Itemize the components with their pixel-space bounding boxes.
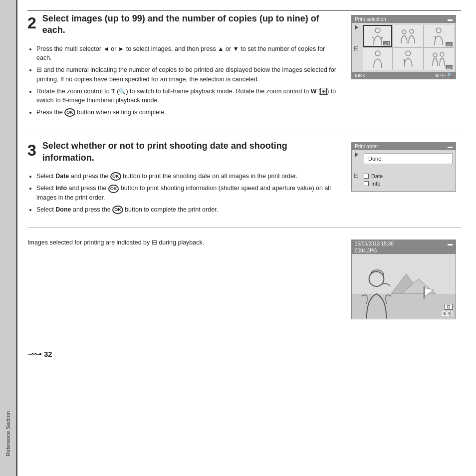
step2-bullets: Press the multi selector ◄ or ► to selec… bbox=[27, 44, 341, 117]
date-checkbox bbox=[364, 174, 369, 179]
playback-date: 15/05/2013 15:30 bbox=[355, 241, 394, 246]
step3-section: 3 Select whether or not to print shootin… bbox=[27, 140, 461, 228]
page-number: 32 bbox=[44, 350, 52, 358]
step2-bullet-1: Press the multi selector ◄ or ► to selec… bbox=[36, 44, 341, 62]
svg-point-1 bbox=[402, 30, 406, 34]
thumb-4 bbox=[363, 48, 392, 70]
playback-header: 15/05/2013 15:30 ▬ bbox=[352, 240, 456, 247]
main-content: 2 Select images (up to 99) and the numbe… bbox=[16, 0, 476, 476]
step3-number: 3 bbox=[27, 142, 36, 158]
nav-print-icon-2: ⊟ bbox=[354, 172, 359, 179]
playback-badges: ⊟ 4/ 4) bbox=[442, 304, 453, 316]
step2-left: 2 Select images (up to 99) and the numbe… bbox=[27, 13, 351, 120]
svg-point-0 bbox=[375, 28, 380, 33]
date-label: Date bbox=[371, 173, 383, 179]
page-icon: ⊸⊶ bbox=[27, 349, 42, 359]
footer-zoom: ⊕+/− 🔍 bbox=[435, 73, 453, 78]
step2-screen: Print selection ▬ ⊟ bbox=[351, 13, 461, 120]
screen-body-with-nav: ⊟ bbox=[352, 23, 456, 72]
info-label: Info bbox=[371, 181, 380, 187]
playback-file: 0004.JPG bbox=[352, 247, 456, 254]
svg-point-6 bbox=[433, 53, 437, 57]
playback-screen: 15/05/2013 15:30 ▬ 0004.JPG bbox=[351, 239, 456, 319]
nav-arrow-2 bbox=[355, 152, 358, 157]
screen-header: Print selection ▬ bbox=[352, 15, 456, 23]
thumb-badge-1: △1 bbox=[383, 41, 390, 45]
ok-icon-done: OK bbox=[112, 206, 123, 214]
step3-left: 3 Select whether or not to print shootin… bbox=[27, 140, 351, 217]
nav-right-arrow bbox=[355, 25, 358, 30]
print-order-options-area: Done Date Info bbox=[361, 150, 456, 191]
svg-point-4 bbox=[375, 51, 380, 56]
battery-icon-2: ▬ bbox=[448, 144, 453, 149]
playback-battery: ▬ bbox=[448, 241, 453, 246]
done-option: Done bbox=[364, 153, 453, 164]
thumb-badge-3: △1 bbox=[446, 42, 453, 46]
ok-button-icon: OK bbox=[64, 108, 75, 117]
step3-title: Select whether or not to print shooting … bbox=[42, 140, 341, 164]
print-order-screen: Print order ▬ ⊟ Done bbox=[351, 142, 456, 192]
sidebar-label: Reference Section bbox=[5, 411, 11, 457]
screen-title: Print selection bbox=[355, 16, 386, 22]
thumb-person-5 bbox=[402, 50, 415, 67]
thumb-person-6 bbox=[431, 52, 446, 66]
svg-point-5 bbox=[406, 51, 411, 56]
print-badge-icon: ⊟ bbox=[445, 304, 453, 310]
playback-illustration bbox=[352, 254, 456, 319]
svg-point-3 bbox=[436, 28, 441, 33]
ok-icon-info: OK bbox=[108, 185, 119, 193]
step2-bullet-2: ⊟ and the numeral indicating the number … bbox=[36, 65, 341, 84]
thumb-person-3 bbox=[433, 27, 444, 45]
bottom-text: Images selected for printing are indicat… bbox=[27, 238, 341, 247]
step3-bullet-1: Select Date and press the OK button to p… bbox=[36, 172, 341, 181]
thumb-person-4 bbox=[371, 50, 384, 68]
step2-bullet-4: Press the OK button when setting is comp… bbox=[36, 108, 341, 117]
screen-nav-left: ⊟ bbox=[352, 23, 361, 72]
playback-count: 4/ 4) bbox=[442, 311, 453, 316]
playback-image-area: ⊟ 4/ 4) bbox=[352, 254, 456, 319]
step3-bullet-2: Select Info and press the OK button to p… bbox=[36, 184, 341, 202]
thumbnail-area: △1 bbox=[361, 23, 456, 72]
footer-back: Back bbox=[355, 73, 365, 78]
print-order-header: Print order ▬ bbox=[352, 143, 456, 150]
playback-screen-container: 15/05/2013 15:30 ▬ 0004.JPG bbox=[351, 238, 461, 319]
nav-print-icon: ⊟ bbox=[354, 45, 359, 52]
thumb-3: △1 bbox=[424, 25, 454, 47]
thumb-badge-6: △3 bbox=[446, 65, 453, 69]
svg-point-7 bbox=[440, 52, 444, 56]
print-order-body-nav: ⊟ Done Date Info bbox=[352, 150, 456, 191]
bottom-section: Images selected for printing are indicat… bbox=[27, 238, 461, 319]
svg-point-2 bbox=[410, 29, 414, 33]
print-selection-screen: Print selection ▬ ⊟ bbox=[351, 15, 456, 79]
step2-bullet-3: Rotate the zoom control to T (🔍) to swit… bbox=[36, 87, 341, 105]
info-checkbox bbox=[364, 181, 369, 186]
print-order-nav: ⊟ bbox=[352, 150, 361, 191]
thumb-2 bbox=[393, 25, 423, 47]
step2-title: Select images (up to 99) and the number … bbox=[42, 13, 341, 36]
thumb-5 bbox=[393, 48, 423, 70]
step3-bullet-3: Select Done and press the OK button to c… bbox=[36, 205, 341, 214]
battery-icon: ▬ bbox=[448, 16, 453, 22]
step3-bullets: Select Date and press the OK button to p… bbox=[27, 172, 341, 214]
step2-number: 2 bbox=[27, 15, 36, 31]
step3-screen: Print order ▬ ⊟ Done bbox=[351, 140, 461, 217]
print-order-title: Print order bbox=[355, 144, 378, 149]
step2-section: 2 Select images (up to 99) and the numbe… bbox=[27, 13, 461, 130]
screen-footer: Back ⊕+/− 🔍 bbox=[352, 72, 456, 79]
thumb-6: △3 bbox=[424, 48, 454, 70]
thumb-person-2 bbox=[399, 28, 417, 43]
ok-icon-date: OK bbox=[110, 172, 121, 181]
thumb-1: △1 bbox=[363, 25, 392, 47]
thumb-grid: △1 bbox=[363, 25, 454, 70]
sidebar: Reference Section bbox=[0, 0, 16, 476]
page-container: Reference Section 2 Select images (up to… bbox=[0, 0, 476, 476]
page-footer: ⊸⊶ 32 bbox=[27, 349, 461, 359]
date-option: Date bbox=[364, 173, 453, 179]
thumb-person-1 bbox=[371, 27, 385, 45]
info-option: Info bbox=[364, 181, 453, 187]
